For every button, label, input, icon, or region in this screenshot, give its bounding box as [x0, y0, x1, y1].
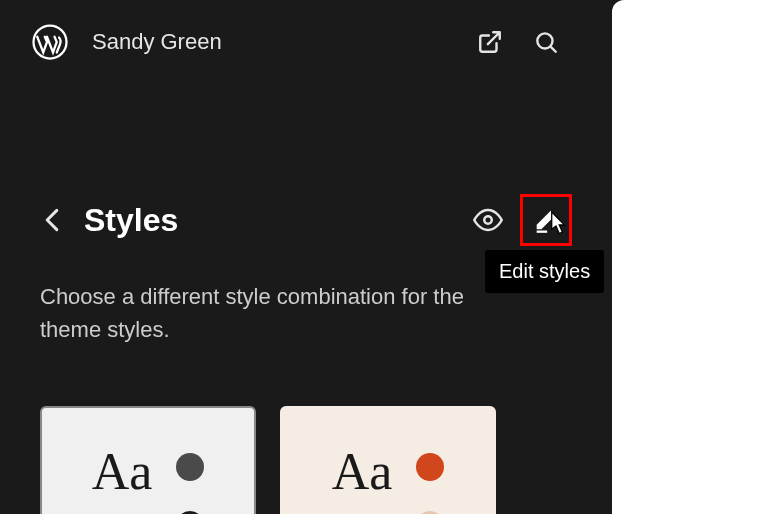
- top-actions: [476, 28, 560, 56]
- top-bar: Sandy Green: [0, 0, 612, 84]
- style-book-icon[interactable]: [468, 200, 508, 240]
- typography-sample: Aa: [332, 442, 393, 501]
- wordpress-logo-icon[interactable]: [32, 24, 68, 60]
- panel-header: Styles: [40, 194, 572, 246]
- search-icon[interactable]: [532, 28, 560, 56]
- color-swatches: [176, 453, 204, 514]
- typography-sample: Aa: [92, 442, 153, 501]
- style-variations-grid: Aa Aa: [40, 406, 572, 514]
- back-button[interactable]: [40, 208, 64, 232]
- external-link-icon[interactable]: [476, 28, 504, 56]
- panel-description: Choose a different style combination for…: [40, 280, 520, 346]
- color-swatch: [416, 453, 444, 481]
- edit-styles-button[interactable]: [520, 194, 572, 246]
- svg-point-2: [484, 216, 492, 224]
- sidebar-panel: Sandy Green Styles: [0, 0, 612, 514]
- color-swatches: [416, 453, 444, 514]
- content-area: Styles Choose a different style combinat…: [0, 84, 612, 514]
- panel-title: Styles: [84, 202, 448, 239]
- style-variation-card[interactable]: Aa: [40, 406, 256, 514]
- tooltip: Edit styles: [485, 250, 604, 293]
- color-swatch: [176, 453, 204, 481]
- panel-actions: [468, 194, 572, 246]
- preview-canvas: [612, 0, 760, 514]
- site-name[interactable]: Sandy Green: [92, 29, 452, 55]
- style-variation-card[interactable]: Aa: [280, 406, 496, 514]
